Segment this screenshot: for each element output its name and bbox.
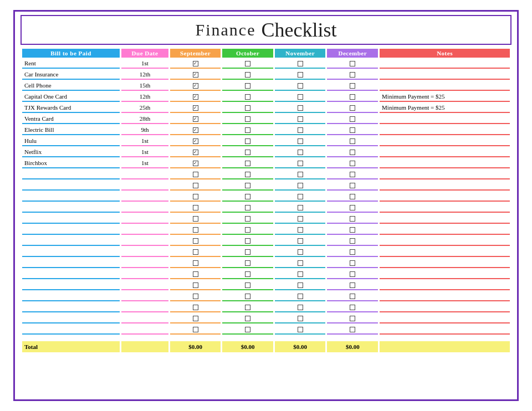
cell-notes[interactable] bbox=[380, 235, 510, 246]
checkbox-nov[interactable] bbox=[298, 205, 303, 210]
checkbox-sep[interactable] bbox=[193, 205, 198, 210]
checkbox-nov[interactable] bbox=[298, 327, 303, 332]
checkbox-dec[interactable] bbox=[350, 282, 355, 288]
cell-bill[interactable] bbox=[22, 302, 120, 312]
checkbox-oct[interactable] bbox=[245, 260, 250, 266]
cell-notes[interactable] bbox=[380, 280, 510, 290]
cell-bill[interactable] bbox=[22, 191, 120, 202]
checkbox-oct[interactable] bbox=[245, 138, 250, 144]
cell-notes[interactable] bbox=[380, 302, 510, 312]
checkbox-dec[interactable] bbox=[350, 238, 355, 244]
checkbox-sep[interactable] bbox=[193, 216, 198, 222]
cell-due[interactable] bbox=[121, 213, 168, 224]
checkbox-sep[interactable]: ✓ bbox=[193, 83, 198, 89]
checkbox-nov[interactable] bbox=[298, 116, 303, 122]
checkbox-oct[interactable] bbox=[245, 282, 250, 288]
checkbox-dec[interactable] bbox=[350, 61, 355, 66]
checkbox-nov[interactable] bbox=[298, 271, 303, 277]
checkbox-oct[interactable] bbox=[245, 94, 250, 100]
checkbox-oct[interactable] bbox=[245, 316, 250, 321]
checkbox-sep[interactable] bbox=[193, 327, 198, 332]
cell-bill[interactable]: Ventra Card bbox=[22, 114, 120, 124]
checkbox-oct[interactable] bbox=[245, 116, 250, 122]
checkbox-oct[interactable] bbox=[245, 194, 250, 199]
cell-due[interactable] bbox=[121, 191, 168, 202]
cell-notes[interactable]: Minimum Payment = $25 bbox=[380, 91, 510, 102]
checkbox-nov[interactable] bbox=[298, 105, 303, 111]
checkbox-oct[interactable] bbox=[245, 105, 250, 111]
checkbox-nov[interactable] bbox=[298, 172, 303, 177]
checkbox-oct[interactable] bbox=[245, 161, 250, 166]
cell-bill[interactable]: Netflix bbox=[22, 147, 120, 157]
cell-due[interactable]: 1st bbox=[121, 147, 168, 157]
cell-bill[interactable]: Rent bbox=[22, 58, 120, 69]
checkbox-nov[interactable] bbox=[298, 260, 303, 266]
cell-due[interactable]: 28th bbox=[121, 114, 168, 124]
cell-notes[interactable] bbox=[380, 58, 510, 69]
checkbox-nov[interactable] bbox=[298, 316, 303, 321]
checkbox-nov[interactable] bbox=[298, 150, 303, 155]
cell-notes[interactable] bbox=[380, 324, 510, 335]
cell-due[interactable] bbox=[121, 280, 168, 290]
checkbox-dec[interactable] bbox=[350, 150, 355, 155]
checkbox-dec[interactable] bbox=[350, 294, 355, 299]
checkbox-sep[interactable]: ✓ bbox=[193, 138, 198, 144]
checkbox-sep[interactable] bbox=[193, 183, 198, 188]
cell-bill[interactable] bbox=[22, 169, 120, 179]
checkbox-sep[interactable]: ✓ bbox=[193, 127, 198, 133]
cell-due[interactable] bbox=[121, 258, 168, 268]
cell-due[interactable] bbox=[121, 324, 168, 335]
checkbox-sep[interactable] bbox=[193, 227, 198, 233]
cell-bill[interactable] bbox=[22, 235, 120, 246]
checkbox-oct[interactable] bbox=[245, 72, 250, 78]
checkbox-oct[interactable] bbox=[245, 205, 250, 210]
checkbox-nov[interactable] bbox=[298, 161, 303, 166]
checkbox-nov[interactable] bbox=[298, 216, 303, 222]
cell-bill[interactable] bbox=[22, 291, 120, 301]
cell-bill[interactable]: Car Insurance bbox=[22, 69, 120, 80]
checkbox-dec[interactable] bbox=[350, 172, 355, 177]
checkbox-dec[interactable] bbox=[350, 271, 355, 277]
cell-notes[interactable] bbox=[380, 147, 510, 157]
checkbox-dec[interactable] bbox=[350, 316, 355, 321]
checkbox-oct[interactable] bbox=[245, 238, 250, 244]
checkbox-dec[interactable] bbox=[350, 83, 355, 89]
cell-bill[interactable]: Capital One Card bbox=[22, 91, 120, 102]
cell-notes[interactable] bbox=[380, 269, 510, 279]
cell-due[interactable]: 1st bbox=[121, 158, 168, 168]
checkbox-sep[interactable] bbox=[193, 316, 198, 321]
cell-notes[interactable] bbox=[380, 158, 510, 168]
cell-due[interactable]: 1st bbox=[121, 136, 168, 146]
checkbox-oct[interactable] bbox=[245, 183, 250, 188]
cell-due[interactable]: 25th bbox=[121, 102, 168, 113]
checkbox-sep[interactable]: ✓ bbox=[193, 61, 198, 66]
cell-due[interactable]: 9th bbox=[121, 125, 168, 135]
checkbox-sep[interactable] bbox=[193, 238, 198, 244]
cell-due[interactable] bbox=[121, 302, 168, 312]
cell-notes[interactable] bbox=[380, 136, 510, 146]
checkbox-oct[interactable] bbox=[245, 150, 250, 155]
cell-due[interactable] bbox=[121, 246, 168, 257]
cell-due[interactable]: 12th bbox=[121, 69, 168, 80]
checkbox-oct[interactable] bbox=[245, 305, 250, 310]
cell-notes[interactable] bbox=[380, 246, 510, 257]
checkbox-nov[interactable] bbox=[298, 238, 303, 244]
checkbox-dec[interactable] bbox=[350, 116, 355, 122]
cell-bill[interactable] bbox=[22, 258, 120, 268]
cell-notes[interactable] bbox=[380, 313, 510, 323]
cell-notes[interactable] bbox=[380, 180, 510, 191]
checkbox-sep[interactable] bbox=[193, 249, 198, 255]
cell-due[interactable] bbox=[121, 235, 168, 246]
cell-due[interactable] bbox=[121, 269, 168, 279]
checkbox-sep[interactable] bbox=[193, 172, 198, 177]
checkbox-nov[interactable] bbox=[298, 138, 303, 144]
cell-notes[interactable]: Minimum Payment = $25 bbox=[380, 102, 510, 113]
checkbox-sep[interactable] bbox=[193, 305, 198, 310]
checkbox-oct[interactable] bbox=[245, 172, 250, 177]
cell-notes[interactable] bbox=[380, 202, 510, 213]
cell-notes[interactable] bbox=[380, 191, 510, 202]
cell-bill[interactable]: Electric Bill bbox=[22, 125, 120, 135]
checkbox-dec[interactable] bbox=[350, 216, 355, 222]
cell-bill[interactable] bbox=[22, 202, 120, 213]
checkbox-dec[interactable] bbox=[350, 227, 355, 233]
